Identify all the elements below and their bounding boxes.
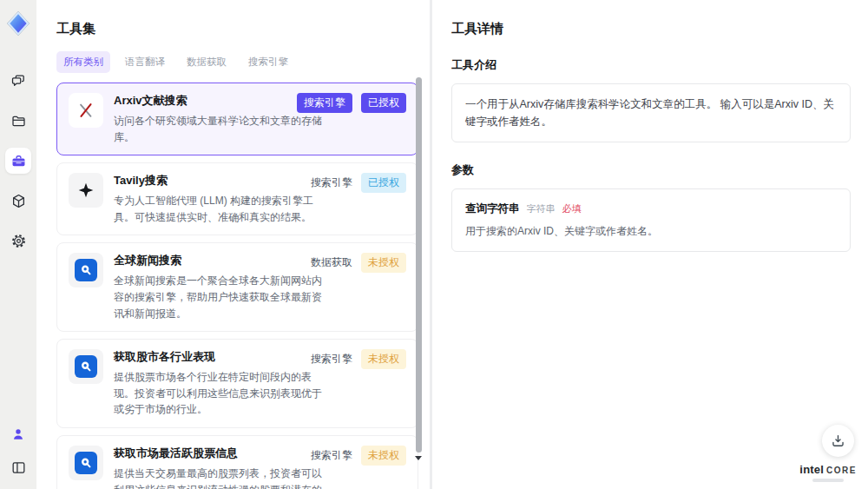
tab-all-categories[interactable]: 所有类别: [56, 51, 110, 73]
left-rail: [0, 0, 36, 489]
category-tabs: 所有类别 语言翻译 数据获取 搜索引擎: [56, 51, 430, 73]
tab-data-fetch[interactable]: 数据获取: [180, 51, 233, 73]
app-logo-icon: [5, 10, 31, 36]
tab-language-translation[interactable]: 语言翻译: [118, 51, 172, 73]
status-badge: 未授权: [361, 446, 406, 466]
intro-box: 一个用于从Arxiv存储库搜索科学论文和文章的工具。 输入可以是Arxiv ID…: [451, 83, 851, 142]
intel-subtext-blur: [812, 479, 844, 482]
tool-name: 获取股市各行业表现: [114, 349, 326, 365]
sparkle-icon: [69, 173, 103, 208]
tool-card-sector-performance[interactable]: 获取股市各行业表现 提供股票市场各个行业在特定时间段内的表现。投资者可以利用这些…: [56, 339, 418, 428]
status-badge: 未授权: [361, 253, 406, 273]
scroll-down-arrow-icon[interactable]: [415, 456, 422, 460]
tool-card-arxiv[interactable]: Arxiv文献搜索 访问各个研究领域大量科学论文和文章的存储库。 搜索引擎 已授…: [56, 83, 418, 155]
param-type: 字符串: [527, 202, 556, 215]
category-label: 搜索引擎: [311, 175, 352, 190]
tool-badges: 搜索引擎 未授权: [311, 349, 406, 369]
tab-search-engine[interactable]: 搜索引擎: [241, 51, 295, 73]
tool-list-panel: 工具集 所有类别 语言翻译 数据获取 搜索引擎 Arxiv文献搜索 访问各个研究…: [36, 0, 432, 489]
param-required-badge: 必填: [562, 202, 582, 215]
tool-badges: 搜索引擎 已授权: [311, 173, 406, 193]
arxiv-icon: [69, 93, 103, 128]
search-blue-icon: [69, 349, 103, 384]
download-icon: [830, 433, 846, 449]
search-blue-icon: [69, 253, 103, 287]
tool-name: Arxiv文献搜索: [114, 93, 326, 109]
folder-icon[interactable]: [5, 108, 31, 134]
tool-desc: 全球新闻搜索是一个聚合全球各大新闻网站内容的搜索引擎，帮助用户快速获取全球最新资…: [114, 273, 326, 321]
tool-badges: 搜索引擎 已授权: [297, 93, 406, 113]
param-desc: 用于搜索的Arxiv ID、关键字或作者姓名。: [465, 224, 837, 239]
category-label: 搜索引擎: [311, 352, 352, 367]
tool-desc: 专为人工智能代理 (LLM) 构建的搜索引擎工具。可快速提供实时、准确和真实的结…: [114, 193, 326, 225]
app-window: 工具集 所有类别 语言翻译 数据获取 搜索引擎 Arxiv文献搜索 访问各个研究…: [0, 0, 868, 489]
param-head: 查询字符串 字符串 必填: [465, 202, 837, 216]
param-box: 查询字符串 字符串 必填 用于搜索的Arxiv ID、关键字或作者姓名。: [451, 188, 851, 252]
category-badge: 搜索引擎: [297, 93, 352, 113]
scrollbar-thumb[interactable]: [416, 77, 422, 453]
tool-card-text: Tavily搜索 专为人工智能代理 (LLM) 构建的搜索引擎工具。可快速提供实…: [114, 173, 329, 225]
tool-card-list: Arxiv文献搜索 访问各个研究领域大量科学论文和文章的存储库。 搜索引擎 已授…: [56, 83, 418, 489]
tool-name: 全球新闻搜索: [114, 253, 326, 268]
intel-core-logo: intel CORE: [799, 463, 857, 482]
tool-desc: 提供股票市场各个行业在特定时间段内的表现。投资者可以利用这些信息来识别表现优于或…: [114, 369, 326, 418]
detail-title: 工具详情: [451, 21, 851, 37]
package-icon[interactable]: [5, 188, 31, 214]
category-label: 搜索引擎: [311, 448, 352, 463]
tool-card-tavily[interactable]: Tavily搜索 专为人工智能代理 (LLM) 构建的搜索引擎工具。可快速提供实…: [56, 162, 418, 235]
core-wordmark: CORE: [826, 466, 857, 475]
tool-detail-panel: 工具详情 工具介绍 一个用于从Arxiv存储库搜索科学论文和文章的工具。 输入可…: [435, 0, 868, 489]
tool-desc: 提供当天交易量最高的股票列表，投资者可以利用这些信息来识别流动性强的股票和潜在的…: [114, 466, 326, 489]
page-title: 工具集: [56, 21, 430, 37]
rail-nav: [5, 68, 31, 254]
panel-toggle-icon[interactable]: [5, 454, 31, 480]
tool-card-text: 获取股市各行业表现 提供股票市场各个行业在特定时间段内的表现。投资者可以利用这些…: [114, 349, 329, 418]
tool-card-global-news[interactable]: 全球新闻搜索 全球新闻搜索是一个聚合全球各大新闻网站内容的搜索引擎，帮助用户快速…: [56, 242, 418, 332]
chat-icon[interactable]: [5, 68, 31, 94]
download-button[interactable]: [822, 425, 854, 457]
gear-icon[interactable]: [5, 228, 31, 254]
user-icon[interactable]: [5, 421, 31, 447]
param-name: 查询字符串: [465, 202, 520, 216]
category-label: 数据获取: [311, 255, 352, 270]
status-badge: 已授权: [361, 93, 406, 113]
status-badge: 已授权: [361, 173, 406, 193]
tool-card-active-stocks[interactable]: 获取市场最活跃股票信息 提供当天交易量最高的股票列表，投资者可以利用这些信息来识…: [56, 435, 418, 489]
list-scrollbar: [416, 77, 422, 453]
rail-bottom: [5, 421, 31, 480]
tool-name: Tavily搜索: [114, 173, 326, 188]
intel-wordmark: intel: [799, 463, 824, 476]
params-heading: 参数: [451, 162, 851, 178]
search-blue-icon: [69, 446, 103, 480]
intro-heading: 工具介绍: [451, 57, 851, 73]
tool-desc: 访问各个研究领域大量科学论文和文章的存储库。: [114, 113, 326, 145]
status-badge: 未授权: [361, 349, 406, 369]
tool-badges: 搜索引擎 未授权: [311, 446, 406, 466]
tool-card-text: 获取市场最活跃股票信息 提供当天交易量最高的股票列表，投资者可以利用这些信息来识…: [114, 446, 329, 489]
toolbox-icon[interactable]: [5, 148, 31, 174]
tool-badges: 数据获取 未授权: [311, 253, 406, 273]
tool-card-text: 全球新闻搜索 全球新闻搜索是一个聚合全球各大新闻网站内容的搜索引擎，帮助用户快速…: [114, 253, 329, 321]
tool-name: 获取市场最活跃股票信息: [114, 446, 326, 461]
